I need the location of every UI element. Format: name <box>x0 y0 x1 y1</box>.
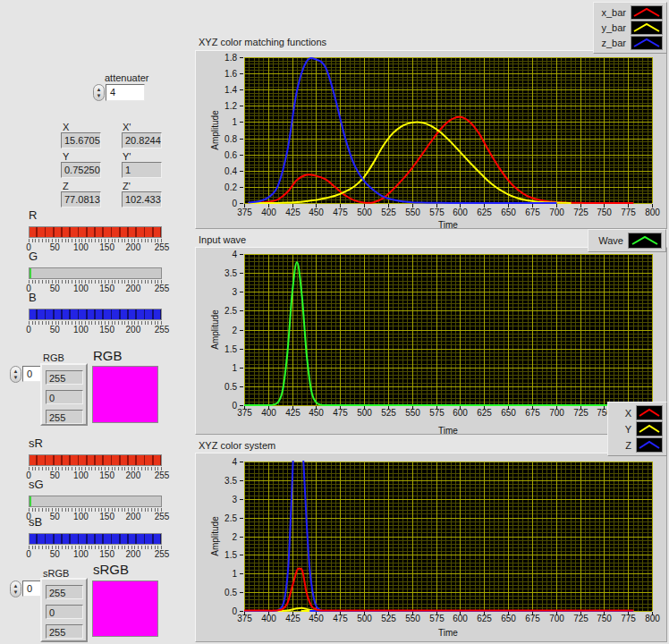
svg-text:700: 700 <box>549 408 564 418</box>
readout-yp-label: Y' <box>123 151 131 162</box>
svg-text:475: 475 <box>333 208 348 217</box>
svg-text:725: 725 <box>573 208 589 217</box>
legend-item-y-bar[interactable]: y_bar <box>597 21 663 35</box>
svg-text:625: 625 <box>477 208 492 217</box>
slider-scale-value: 100 <box>73 549 89 559</box>
svg-text:1.4: 1.4 <box>224 85 237 95</box>
svg-text:2: 2 <box>232 326 237 335</box>
svg-text:0.2: 0.2 <box>224 182 237 192</box>
readout-y-value: 0.752500 <box>61 162 101 178</box>
decrement-arrow-icon[interactable]: ▼ <box>13 589 19 596</box>
svg-text:400: 400 <box>261 208 276 217</box>
svg-text:775: 775 <box>621 614 636 623</box>
readout-xp-label: X' <box>123 122 131 132</box>
slider-scale-value: 50 <box>50 549 60 559</box>
svg-text:800: 800 <box>645 614 660 623</box>
attenuator-label: attenuater <box>105 72 149 83</box>
svg-text:450: 450 <box>309 408 324 418</box>
slider-r[interactable]: R 050100150200255 <box>29 208 162 255</box>
svg-text:1.5: 1.5 <box>224 550 237 560</box>
slider-fill[interactable] <box>30 309 161 319</box>
srgb-value-g: 0 <box>46 605 83 619</box>
xyz-graph-title: XYZ color system <box>199 440 275 451</box>
rgb-index-spinner[interactable]: ▲ ▼ <box>10 366 21 383</box>
svg-text:700: 700 <box>549 208 564 217</box>
svg-text:0.5: 0.5 <box>224 382 237 392</box>
plot-line-icon <box>631 36 663 50</box>
rgb-color-swatch <box>92 366 158 423</box>
slider-scale-value: 0 <box>26 325 31 335</box>
slider-fill[interactable] <box>30 268 31 278</box>
slider-scale-value: 150 <box>99 325 114 335</box>
srgb-value-b: 255 <box>46 624 83 639</box>
svg-text:3.5: 3.5 <box>224 268 237 278</box>
srgb-index-input[interactable]: 0 <box>22 580 41 597</box>
slider-fill[interactable] <box>30 455 161 465</box>
svg-text:675: 675 <box>525 614 540 623</box>
svg-text:675: 675 <box>525 408 540 418</box>
slider-g[interactable]: G 050100150200255 <box>29 250 162 296</box>
readout-z-value: 77.0813 <box>61 191 101 208</box>
legend-label: x_bar <box>601 7 626 18</box>
svg-text:400: 400 <box>261 408 276 418</box>
slider-track[interactable] <box>29 267 162 279</box>
readout-z-label: Z <box>63 181 69 191</box>
svg-text:525: 525 <box>381 614 396 623</box>
legend-item-z[interactable]: Z <box>612 437 663 453</box>
increment-arrow-icon[interactable]: ▲ <box>13 369 19 375</box>
plot-line-icon <box>631 21 663 35</box>
slider-sr[interactable]: sR 050100150200255 <box>29 436 162 483</box>
svg-text:1: 1 <box>232 569 237 579</box>
svg-text:3: 3 <box>232 287 237 297</box>
slider-scale-value: 200 <box>126 325 141 335</box>
slider-fill[interactable] <box>30 496 31 506</box>
increment-arrow-icon[interactable]: ▲ <box>97 87 102 93</box>
legend-label: y_bar <box>601 22 626 33</box>
svg-text:600: 600 <box>453 614 468 623</box>
svg-text:750: 750 <box>597 614 612 623</box>
wave-plot-area: 00.511.522.533.5437540042545047550052555… <box>196 248 666 434</box>
legend-item-x-bar[interactable]: x_bar <box>597 5 663 20</box>
slider-track[interactable] <box>29 533 162 545</box>
attenuator-spinner[interactable]: ▲ ▼ <box>93 84 105 101</box>
decrement-arrow-icon[interactable]: ▼ <box>97 93 102 99</box>
svg-text:650: 650 <box>501 208 516 217</box>
svg-text:2.5: 2.5 <box>224 306 237 316</box>
svg-text:400: 400 <box>261 614 276 623</box>
xyz-graph: 00.511.522.533.5437540042545047550052555… <box>195 453 667 642</box>
svg-text:625: 625 <box>477 614 492 623</box>
plot-line-icon <box>631 5 663 20</box>
svg-text:Amplitude: Amplitude <box>210 309 220 350</box>
attenuator-input[interactable]: 4 <box>106 84 145 101</box>
svg-text:Amplitude: Amplitude <box>210 110 220 150</box>
slider-track[interactable] <box>29 454 162 466</box>
increment-arrow-icon[interactable]: ▲ <box>13 583 19 589</box>
slider-track[interactable] <box>29 496 162 507</box>
srgb-cluster: 255 0 255 <box>40 578 88 642</box>
slider-fill[interactable] <box>30 227 161 237</box>
legend-item-wave[interactable]: Wave <box>592 233 662 249</box>
srgb-index-spinner[interactable]: ▲ ▼ <box>10 580 21 597</box>
slider-b[interactable]: B 050100150200255 <box>29 291 162 337</box>
svg-text:4: 4 <box>232 457 237 467</box>
plot-line-icon <box>628 233 662 249</box>
svg-text:375: 375 <box>237 614 252 623</box>
svg-text:2: 2 <box>232 532 237 542</box>
slider-sb[interactable]: sB 050100150200255 <box>29 515 162 562</box>
legend-item-y[interactable]: Y <box>612 421 663 436</box>
legend-item-x[interactable]: X <box>612 405 663 420</box>
svg-text:550: 550 <box>405 614 420 623</box>
readout-x-label: X <box>63 122 69 132</box>
slider-track[interactable] <box>29 226 162 238</box>
slider-fill[interactable] <box>30 534 161 544</box>
legend-label: Wave <box>598 235 623 246</box>
xyz-plot-legend: X Y Z <box>607 402 667 456</box>
decrement-arrow-icon[interactable]: ▼ <box>13 375 19 381</box>
svg-text:375: 375 <box>237 408 252 418</box>
svg-text:1.2: 1.2 <box>224 101 237 111</box>
slider-track[interactable] <box>29 309 162 320</box>
svg-text:600: 600 <box>453 408 468 418</box>
rgb-index-input[interactable]: 0 <box>22 366 41 382</box>
svg-text:675: 675 <box>525 208 540 217</box>
legend-item-z-bar[interactable]: z_bar <box>597 36 663 50</box>
